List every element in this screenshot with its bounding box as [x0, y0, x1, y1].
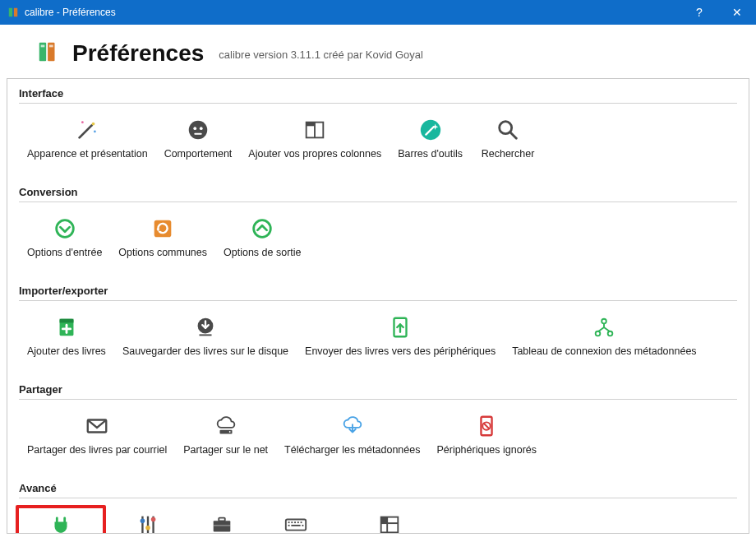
face-icon: [185, 117, 211, 143]
item-download-metadata[interactable]: Télécharger les métadonnées: [276, 408, 428, 461]
svg-point-9: [94, 130, 96, 132]
svg-point-45: [145, 526, 150, 530]
columns-icon: [302, 117, 328, 143]
svg-rect-58: [302, 525, 304, 526]
svg-rect-40: [59, 533, 62, 534]
item-label: Rechercher: [482, 148, 535, 160]
arrow-down-circle-icon: [52, 215, 78, 242]
section-title-conversion: Conversion: [19, 186, 737, 198]
section-title-share: Partager: [19, 383, 737, 396]
item-toolbars[interactable]: Barres d'outils: [390, 112, 471, 164]
item-metadata-board[interactable]: Tableau de connexion des métadonnées: [504, 309, 704, 362]
keyboard-icon: [283, 512, 309, 534]
item-label: Télécharger les métadonnées: [284, 444, 420, 456]
device-upload-icon: [387, 314, 413, 340]
item-appearance[interactable]: Apparence et présentation: [19, 112, 156, 164]
section-title-advanced: Avancé: [19, 482, 737, 494]
item-label: Barres d'outils: [398, 148, 463, 160]
svg-point-21: [56, 220, 73, 238]
item-label: Comportement: [164, 148, 233, 160]
svg-point-46: [151, 517, 156, 522]
device-blocked-icon: [473, 413, 500, 439]
item-search[interactable]: Rechercher: [471, 112, 545, 164]
item-share-email[interactable]: Partager des livres par courriel: [19, 408, 175, 461]
item-extensions[interactable]: Extensions: [24, 510, 98, 534]
section-divider: [19, 103, 737, 104]
item-ignored-devices[interactable]: Périphériques ignorés: [428, 408, 545, 461]
section-title-interface: Interface: [19, 87, 737, 100]
svg-point-12: [200, 127, 203, 130]
svg-rect-25: [60, 319, 74, 323]
app-icon: [7, 6, 20, 19]
svg-rect-52: [291, 521, 293, 523]
svg-rect-1: [14, 8, 17, 17]
preferences-panel: Interface Apparence et présentation: [7, 78, 749, 534]
section-divider: [19, 202, 737, 202]
svg-point-36: [228, 431, 230, 433]
item-share-net[interactable]: Partager sur le net: [175, 408, 276, 461]
item-send-devices[interactable]: Envoyer des livres vers des périphérique…: [297, 309, 504, 362]
item-input-options[interactable]: Options d'entrée: [19, 211, 110, 263]
item-common-options[interactable]: Options communes: [110, 211, 215, 263]
layout-template-icon: [376, 512, 403, 534]
item-label: Tableau de connexion des métadonnées: [512, 345, 696, 357]
svg-line-6: [80, 125, 92, 137]
item-save-books[interactable]: Sauvegarder des livres sur le disque: [114, 309, 297, 362]
item-add-books[interactable]: Ajouter des livres: [19, 309, 114, 362]
page-title: Préférences: [72, 40, 204, 67]
preferences-logo-icon: [36, 39, 61, 67]
svg-rect-57: [291, 525, 300, 526]
section-conversion: Conversion Options d'entrée: [7, 178, 749, 276]
svg-rect-4: [41, 45, 45, 48]
svg-point-31: [602, 319, 607, 324]
item-label: Apparence et présentation: [27, 148, 148, 160]
item-label: Ajouter vos propres colonnes: [248, 148, 381, 160]
window-titlebar: calibre - Préférences ? ✕: [0, 0, 756, 25]
svg-rect-53: [294, 521, 296, 523]
item-shortcuts[interactable]: Raccourcis: [259, 507, 333, 534]
svg-rect-5: [49, 45, 53, 48]
section-advanced: Avancé Extensions: [7, 474, 749, 534]
svg-rect-49: [214, 525, 231, 526]
svg-rect-16: [307, 123, 315, 127]
window-title: calibre - Préférences: [25, 7, 680, 18]
book-add-icon: [53, 314, 80, 340]
item-tweaks[interactable]: Ajustements: [111, 507, 185, 534]
svg-point-33: [608, 331, 613, 336]
item-label: Sauvegarder des livres sur le disque: [122, 345, 288, 357]
svg-rect-56: [288, 525, 290, 526]
item-label: Partager des livres par courriel: [27, 444, 167, 456]
svg-rect-55: [301, 521, 302, 523]
cloud-drive-icon: [213, 413, 239, 439]
cloud-download-icon: [339, 413, 366, 439]
svg-rect-0: [9, 8, 12, 17]
svg-rect-54: [297, 521, 299, 523]
briefcase-icon: [209, 512, 235, 534]
svg-line-39: [483, 423, 490, 429]
item-label: Options communes: [118, 247, 207, 258]
page-subtitle: calibre version 3.11.1 créé par Kovid Go…: [219, 49, 423, 61]
section-divider: [19, 300, 737, 301]
svg-rect-48: [219, 518, 225, 521]
svg-point-8: [81, 121, 84, 123]
section-divider: [19, 498, 737, 498]
arrow-up-circle-icon: [249, 215, 275, 242]
mail-icon: [84, 413, 110, 439]
item-label: Envoyer des livres vers des périphérique…: [305, 345, 496, 357]
svg-point-10: [189, 121, 208, 140]
item-behavior[interactable]: Comportement: [156, 112, 241, 164]
item-templates[interactable]: Modèles de fonctions: [333, 507, 446, 534]
svg-point-32: [596, 331, 601, 336]
download-circle-icon: [192, 314, 219, 340]
section-share: Partager Partager des livres par courrie…: [7, 375, 749, 474]
svg-point-23: [254, 220, 271, 238]
svg-point-11: [193, 127, 196, 130]
item-misc[interactable]: Divers: [185, 507, 259, 534]
page-header: Préférences calibre version 3.11.1 créé …: [0, 25, 756, 78]
svg-rect-60: [381, 517, 388, 524]
item-columns[interactable]: Ajouter vos propres colonnes: [240, 112, 390, 164]
search-icon: [495, 117, 521, 143]
help-button[interactable]: ?: [680, 0, 718, 25]
item-output-options[interactable]: Options de sortie: [215, 211, 310, 263]
close-button[interactable]: ✕: [718, 0, 756, 25]
